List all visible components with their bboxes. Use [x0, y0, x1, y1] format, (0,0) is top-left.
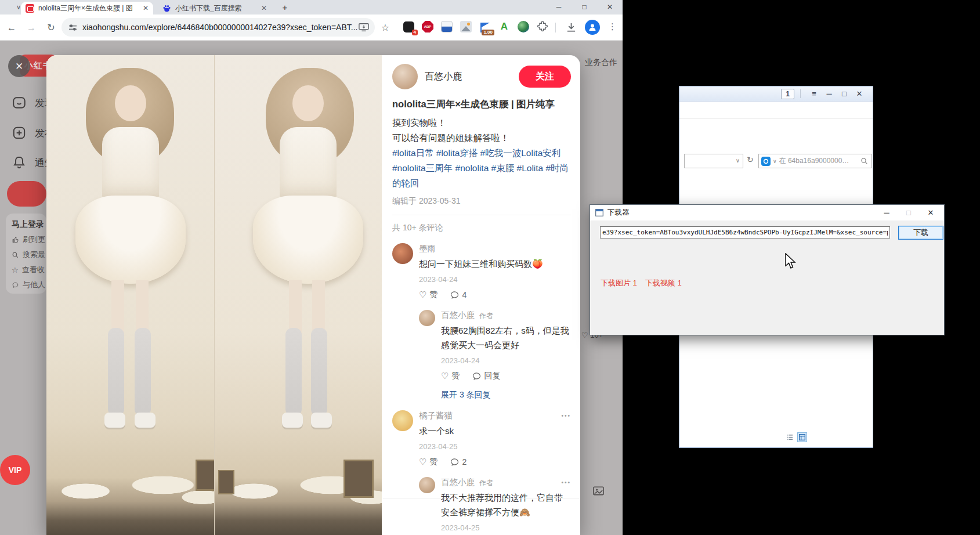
dropdown-arrow-icon[interactable]: ∨	[773, 158, 777, 164]
close-button[interactable]: ✕	[597, 0, 623, 15]
address-combo-box[interactable]: ∨	[684, 154, 743, 168]
new-tab-button[interactable]: +	[279, 2, 291, 13]
commenter-avatar[interactable]	[419, 477, 435, 493]
adguard-extension-icon[interactable]: A	[497, 20, 511, 34]
business-cooperation-link[interactable]: 业务合作	[585, 57, 617, 68]
download-url-input[interactable]	[600, 226, 890, 238]
minimize-button[interactable]: ─	[546, 0, 572, 15]
author-name[interactable]: 百悠小鹿	[425, 71, 519, 83]
maximize-button[interactable]: □	[572, 0, 597, 15]
close-button[interactable]: ✕	[920, 208, 942, 217]
commenter-avatar[interactable]	[419, 310, 435, 326]
like-action[interactable]: ♡赞	[441, 371, 460, 381]
forward-button[interactable]: →	[24, 21, 38, 34]
login-button[interactable]	[7, 181, 46, 207]
downloads-icon[interactable]	[566, 22, 577, 35]
image-assistant-extension-icon[interactable]	[459, 20, 473, 34]
minimize-button[interactable]: ─	[876, 208, 898, 217]
comment-reply: 百悠小鹿作者 ••• 我不大推荐我用的这件，它自带安全裤穿裙撑不方便🙈 2023…	[419, 477, 571, 532]
comment-more-icon[interactable]: •••	[561, 479, 571, 486]
star-icon: ☆	[12, 266, 19, 274]
profile-avatar[interactable]	[585, 20, 600, 35]
reload-button[interactable]: ↻	[44, 21, 58, 34]
comment-more-icon[interactable]: •••	[561, 413, 571, 419]
comment: 橘子酱猫 ••• 求一个sk 2023-04-25 ♡赞 2	[392, 410, 571, 532]
refresh-icon[interactable]: ↻	[747, 155, 754, 164]
modal-close-button[interactable]: ✕	[8, 55, 30, 77]
post-photo-1[interactable]	[46, 55, 214, 535]
toolbar-divider	[555, 23, 556, 32]
tab-number-button[interactable]: 1	[781, 89, 794, 99]
author-avatar[interactable]	[392, 64, 418, 89]
photo-figure	[75, 196, 186, 284]
expand-replies-link[interactable]: 展开 3 条回复	[441, 390, 571, 400]
dropdown-arrow-icon[interactable]: ∨	[736, 157, 740, 164]
commenter-avatar[interactable]	[392, 243, 413, 264]
tab-xiaohongshu-post[interactable]: nololita三周年×生成色束腰 | 图 ✕	[21, 2, 153, 15]
list-view-icon[interactable]	[785, 432, 795, 442]
adblock-extension-icon[interactable]: 4	[402, 20, 415, 34]
like-action[interactable]: ♡赞	[419, 457, 437, 467]
tab-close-icon[interactable]: ✕	[143, 4, 149, 12]
login-benefit-item: ☆ 查看收	[12, 265, 46, 275]
photo-figure	[253, 196, 363, 284]
reply-action[interactable]: 4	[450, 290, 467, 299]
file-manager-menustrip	[679, 102, 873, 119]
flag-extension-icon[interactable]: 1.00	[478, 20, 492, 34]
heart-icon: ♡	[419, 290, 426, 300]
extensions-puzzle-icon[interactable]	[536, 20, 549, 34]
post-hashtags[interactable]: #nololita三周年 #nololita #束腰 #Lolita #时尚的轮…	[392, 161, 571, 191]
url-text[interactable]: xiaohongshu.com/explore/6446840b00000000…	[82, 23, 359, 32]
photo-figure	[104, 413, 125, 428]
commenter-name[interactable]: 墨雨	[419, 243, 571, 254]
photo-figure	[115, 85, 146, 121]
follow-button[interactable]: 关注	[519, 66, 571, 88]
details-view-icon[interactable]	[797, 432, 807, 442]
address-bar[interactable]: xiaohongshu.com/explore/6446840b00000000…	[62, 18, 375, 37]
close-button[interactable]: ✕	[852, 89, 867, 98]
commenter-name[interactable]: 百悠小鹿作者	[441, 310, 571, 321]
search-engine-icon[interactable]	[761, 157, 771, 166]
login-benefit-label: 搜索最	[23, 250, 45, 260]
back-button[interactable]: ←	[5, 21, 19, 34]
abp-extension-icon[interactable]: ABP	[421, 20, 435, 34]
search-scope-text[interactable]: 在 64ba16a9000000…	[779, 156, 858, 166]
photo-figure	[280, 127, 337, 201]
post-photo-2[interactable]	[214, 55, 382, 535]
menu-icon[interactable]: ≡	[807, 89, 822, 98]
vip-button[interactable]: VIP	[0, 455, 30, 485]
site-settings-icon[interactable]	[68, 23, 77, 32]
comment-bubble-icon	[450, 291, 459, 299]
photo-figure	[311, 328, 327, 416]
maximize-button[interactable]: □	[837, 89, 852, 98]
chat-icon	[12, 281, 19, 289]
downloader-dialog: 下载器 ─ □ ✕ 下载 下载图片 1 下载视频 1	[590, 204, 945, 335]
bookmark-star-icon[interactable]: ☆	[378, 21, 392, 34]
commenter-avatar[interactable]	[392, 410, 413, 431]
post-photos[interactable]	[46, 55, 382, 535]
comment-text: 想问一下姐妹三维和购买码数🍑	[419, 256, 571, 271]
download-button[interactable]: 下载	[898, 226, 943, 240]
globe-extension-icon[interactable]	[516, 20, 530, 34]
search-box[interactable]: ∨ 在 64ba16a9000000…	[758, 154, 872, 168]
tab-close-icon[interactable]: ✕	[261, 4, 267, 12]
shield-extension-icon[interactable]	[440, 20, 454, 34]
maximize-button[interactable]: □	[898, 208, 920, 217]
reply-action[interactable]: 回复	[472, 371, 500, 381]
chrome-menu-icon[interactable]: ⋮	[608, 21, 617, 32]
post-hashtags[interactable]: #lolita日常 #lolita穿搭 #吃我一波Lolita安利	[392, 146, 571, 161]
image-upload-icon[interactable]	[593, 486, 604, 498]
magnifier-icon[interactable]	[860, 157, 868, 165]
mouse-cursor	[784, 253, 796, 272]
minimize-button[interactable]: ─	[822, 89, 837, 98]
photo-figure	[292, 85, 324, 121]
send-to-device-icon[interactable]	[359, 23, 369, 32]
comment-date: 2023-04-25	[441, 523, 571, 532]
tab-baidu-search[interactable]: 小红书下载_百度搜索 ✕	[158, 2, 272, 15]
reply-action[interactable]: 2	[450, 457, 467, 467]
like-action[interactable]: ♡赞	[419, 290, 437, 300]
commenter-name[interactable]: 百悠小鹿作者	[441, 477, 558, 488]
commenter-name[interactable]: 橘子酱猫	[419, 410, 558, 421]
comment-text: 我不大推荐我用的这件，它自带安全裤穿裙撑不方便🙈	[441, 490, 571, 519]
login-panel-title: 马上登录	[12, 219, 46, 230]
